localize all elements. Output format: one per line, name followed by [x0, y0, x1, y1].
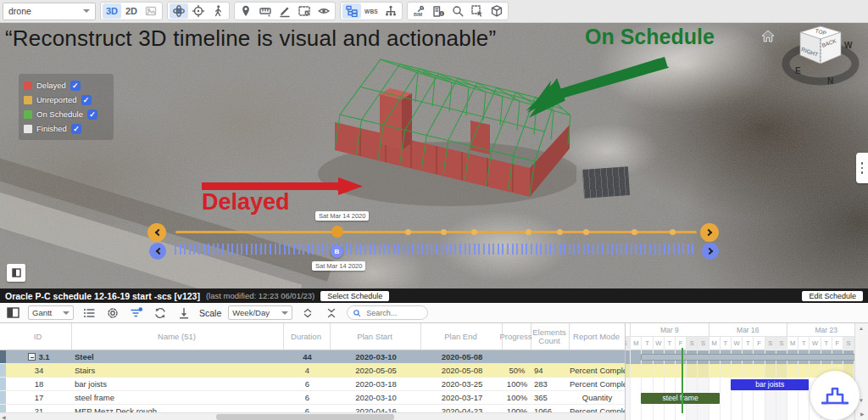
select-schedule-button[interactable]: Select Schedule	[320, 291, 389, 301]
col-header-progress[interactable]: Progress	[503, 323, 531, 350]
viewport-3d[interactable]: “Reconstruct 3D timeline is visual and a…	[0, 23, 868, 288]
look-around-button[interactable]	[189, 3, 208, 19]
gantt-day-cell: T	[742, 337, 753, 350]
org-chart-button[interactable]	[381, 3, 400, 19]
col-header-elements-count[interactable]: Elements Count	[531, 323, 570, 350]
gantt-view-select[interactable]: Gantt	[28, 305, 74, 320]
filter-icon	[130, 306, 143, 320]
baseline-marker-handle[interactable]: B	[331, 245, 343, 258]
gantt-bar-bar-joists[interactable]: bar joists	[731, 379, 809, 390]
chevron-down-icon	[63, 311, 70, 315]
snapshot-button[interactable]	[295, 3, 314, 19]
markup-pen-button[interactable]	[275, 3, 294, 19]
search-input[interactable]	[364, 308, 415, 318]
col-header-id[interactable]: ID	[6, 323, 72, 350]
filter-button[interactable]	[128, 305, 145, 321]
schedule-timeline-next-button[interactable]	[702, 243, 719, 260]
minimap-toggle-button[interactable]	[7, 264, 25, 282]
gantt-grid-column	[630, 350, 641, 420]
table-row-steel[interactable]: 3.1 Steel 44 2020-03-10 2020-05-08	[0, 350, 625, 364]
scroll-up-arrow[interactable]: ▲	[859, 326, 864, 331]
panel-toggle-icon	[7, 307, 19, 318]
unreported-checkbox[interactable]: ✓	[81, 95, 92, 105]
image-view-button[interactable]	[142, 3, 160, 19]
model-tree-button[interactable]	[342, 3, 361, 19]
gantt-bar-steel-summary[interactable]	[641, 354, 854, 361]
delayed-checkbox[interactable]: ✓	[70, 81, 81, 91]
visibility-button[interactable]	[314, 3, 333, 19]
search-model-button[interactable]	[448, 3, 467, 19]
delayed-arrow	[200, 176, 370, 201]
scrollbar-thumb[interactable]	[216, 414, 394, 420]
finished-checkbox[interactable]: ✓	[71, 124, 81, 134]
columns-button[interactable]	[81, 305, 97, 321]
place-marker-button[interactable]	[236, 3, 255, 19]
col-header-duration[interactable]: Duration	[284, 323, 331, 350]
scroll-right-arrow[interactable]: ▶	[860, 411, 865, 417]
schedule-timeline-prev-button[interactable]	[149, 243, 166, 260]
analytics-floating-button[interactable]	[810, 371, 860, 420]
svg-text:BIM: BIM	[414, 12, 423, 17]
cpm-refresh-button[interactable]	[152, 305, 169, 321]
scroll-down-arrow[interactable]: ▼	[859, 398, 864, 403]
schedule-search[interactable]	[347, 305, 428, 320]
clip-box-button[interactable]	[487, 3, 506, 19]
view-3d-button[interactable]: 3D	[103, 3, 121, 19]
timeline-next-button[interactable]	[700, 223, 719, 242]
orbit-button[interactable]	[170, 3, 188, 19]
table-row-stairs[interactable]: 34 Stairs 4 2020-05-05 2020-05-08 50% 94…	[0, 364, 625, 378]
timeline-capture-dot[interactable]	[557, 229, 563, 235]
view-2d-button[interactable]: 2D	[122, 3, 141, 19]
timeline-capture-dot[interactable]	[583, 229, 589, 235]
settings-button[interactable]	[104, 305, 121, 321]
gantt-day-cell: S	[776, 337, 787, 350]
expand-all-button[interactable]	[299, 305, 316, 321]
bim-tools-group: BIM i	[407, 2, 509, 20]
timeline-capture-dot[interactable]	[526, 229, 531, 235]
legend-row-onschedule: On Schedule ✓	[24, 107, 108, 121]
building-info-button[interactable]: i	[429, 3, 448, 19]
timeline-capture-dot[interactable]	[405, 229, 411, 235]
side-panel-handle[interactable]	[856, 153, 868, 183]
table-row-bar-joists[interactable]: 18 bar joists 6 2020-03-18 2020-03-25 10…	[0, 378, 625, 391]
timeline-capture-dot[interactable]	[471, 229, 477, 235]
scroll-left-arrow[interactable]: ◀	[2, 414, 6, 420]
timeline-capture-dot[interactable]	[441, 229, 447, 235]
panel-layout-button[interactable]	[4, 305, 21, 321]
gantt-bar-steel-frame[interactable]: steel frame	[641, 393, 719, 404]
measure-button[interactable]	[256, 3, 275, 19]
col-header-report-mode[interactable]: Report Mode	[570, 323, 625, 350]
layer-select[interactable]: drone	[3, 3, 96, 20]
export-button[interactable]	[175, 305, 192, 321]
timeline-current-capture-handle[interactable]	[331, 226, 343, 238]
schedule-last-modified: (last modified: 12:23 06/01/23)	[206, 291, 314, 300]
wbs-button[interactable]: WBS	[362, 3, 381, 19]
timeline-capture-dot[interactable]	[670, 229, 676, 235]
gantt-week-label: Mar 16	[709, 323, 787, 337]
select-area-button[interactable]	[468, 3, 487, 19]
camera-nav-group	[167, 2, 230, 20]
schedule-timeline-track[interactable]	[175, 244, 697, 255]
collapse-toggle[interactable]	[28, 353, 36, 361]
col-header-plan-start[interactable]: Plan Start	[331, 323, 421, 350]
collapse-all-button[interactable]	[323, 305, 340, 321]
gantt-day-cell: M	[787, 337, 798, 350]
capture-timeline-track[interactable]	[175, 231, 697, 233]
walk-mode-button[interactable]	[209, 3, 227, 19]
gantt-day-cell: W	[809, 337, 820, 350]
timeline-date-tooltip: Sat Mar 14 2020	[315, 211, 369, 221]
timeline-capture-dot[interactable]	[632, 229, 637, 235]
gantt-day-cell: W	[653, 337, 664, 350]
delayed-swatch	[24, 81, 32, 90]
timeline-prev-button[interactable]	[147, 223, 166, 242]
table-horizontal-scrollbar[interactable]: ◀	[0, 412, 625, 420]
scale-select[interactable]: Week/Day	[228, 305, 292, 320]
col-header-name[interactable]: Name (51)	[72, 323, 284, 350]
onschedule-checkbox[interactable]: ✓	[87, 109, 97, 120]
table-row-steel-frame[interactable]: 17 steel frame 6 2020-03-10 2020-03-17 1…	[0, 391, 625, 405]
col-header-plan-end[interactable]: Plan End	[421, 323, 503, 350]
bim-settings-button[interactable]: BIM	[409, 3, 428, 19]
navigation-cube[interactable]: W N E TOP RIGHT BACK	[773, 23, 868, 91]
edit-schedule-button[interactable]: Edit Schedule	[802, 291, 863, 301]
unreported-swatch	[24, 96, 32, 104]
